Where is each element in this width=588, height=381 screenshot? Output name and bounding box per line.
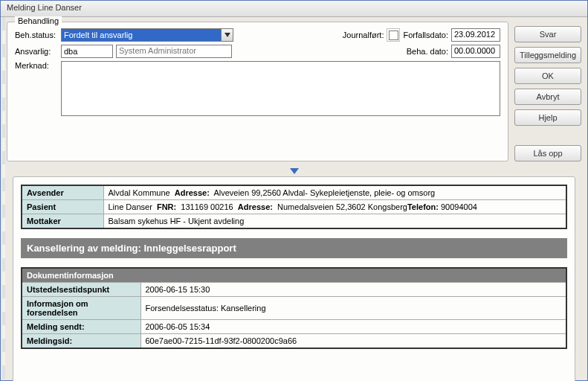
behadato-field[interactable]: 00.00.0000 bbox=[451, 45, 500, 58]
avsender-value: Alvdal Kommune Adresse: Alveveien 99,256… bbox=[103, 185, 566, 200]
journalfort-checkbox[interactable] bbox=[389, 31, 398, 40]
sendt-value: 2006-06-05 15:34 bbox=[140, 320, 566, 334]
meldingsid-label: Meldingsid: bbox=[22, 334, 140, 349]
titlebar: Melding Line Danser bbox=[1, 1, 587, 17]
table-row: Mottaker Balsam sykehus HF - Ukjent avde… bbox=[22, 214, 566, 229]
dokumentinfo-header: Dokumentinformasjon bbox=[22, 268, 566, 283]
ok-button[interactable]: OK bbox=[514, 68, 581, 84]
top-content: Behandling Beh.status: Fordelt til ansva… bbox=[1, 17, 587, 166]
behandling-fieldset: Behandling Beh.status: Fordelt til ansva… bbox=[7, 22, 508, 161]
section-header: Kansellering av melding: Innleggelsesrap… bbox=[21, 238, 567, 258]
table-row: Meldingsid: 60e7ae00-7215-11df-93f2-0800… bbox=[22, 334, 566, 349]
behadato-label: Beha. dato: bbox=[407, 47, 448, 56]
splitter[interactable] bbox=[1, 166, 587, 176]
mottaker-label: Mottaker bbox=[22, 214, 103, 229]
window-title: Melding Line Danser bbox=[7, 3, 82, 12]
lasopp-button[interactable]: Lås opp bbox=[514, 145, 581, 161]
parties-table: Avsender Alvdal Kommune Adresse: Alvevei… bbox=[21, 185, 567, 229]
row-ansvarlig: Ansvarlig: System Administrator Beha. da… bbox=[15, 45, 500, 58]
journalfort-checkbox-wrap bbox=[387, 28, 400, 42]
row-behstatus: Beh.status: Fordelt til ansvarlig Journa… bbox=[15, 28, 500, 42]
beh-status-value: Fordelt til ansvarlig bbox=[62, 29, 221, 41]
ansvarlig-input[interactable] bbox=[61, 45, 113, 58]
left-edge-decor bbox=[2, 17, 5, 379]
action-buttons: Svar Tilleggsmelding OK Avbryt Hjelp Lås… bbox=[514, 22, 581, 161]
chevron-down-icon bbox=[290, 168, 299, 174]
row1-right: Journalført: Forfallsdato: 23.09.2012 bbox=[343, 28, 500, 42]
avbryt-button[interactable]: Avbryt bbox=[514, 89, 581, 105]
table-row: Utstedelsestidspunkt 2006-06-15 15:30 bbox=[22, 283, 566, 297]
details-panel: Avsender Alvdal Kommune Adresse: Alvevei… bbox=[13, 176, 575, 381]
pasient-label: Pasient bbox=[22, 200, 103, 214]
dokumentinfo-table: Dokumentinformasjon Utstedelsestidspunkt… bbox=[21, 267, 567, 349]
table-row: Pasient Line Danser FNR: 131169 00216 Ad… bbox=[22, 200, 566, 214]
forfallsdato-label: Forfallsdato: bbox=[403, 31, 448, 39]
table-row: Avsender Alvdal Kommune Adresse: Alvevei… bbox=[22, 185, 566, 200]
hjelp-button[interactable]: Hjelp bbox=[514, 109, 581, 126]
ansvarlig-label: Ansvarlig: bbox=[15, 47, 58, 56]
ansvarlig-name-display: System Administrator bbox=[116, 45, 232, 58]
pasient-value: Line Danser FNR: 131169 00216 Adresse: N… bbox=[103, 200, 566, 214]
beh-status-label: Beh.status: bbox=[15, 31, 58, 39]
table-row: Informasjon om forsendelsen Forsendelses… bbox=[22, 297, 566, 320]
row-merknad: Merknad: bbox=[15, 61, 500, 116]
avsender-label: Avsender bbox=[22, 185, 103, 200]
chevron-down-icon[interactable] bbox=[221, 29, 233, 41]
mottaker-value: Balsam sykehus HF - Ukjent avdeling bbox=[103, 214, 566, 229]
svar-button[interactable]: Svar bbox=[514, 26, 581, 42]
forsendelse-value: Forsendelsesstatus: Kansellering bbox=[140, 297, 566, 320]
tilleggsmelding-button[interactable]: Tilleggsmelding bbox=[514, 47, 581, 63]
behandling-legend: Behandling bbox=[15, 16, 62, 25]
forfallsdato-field[interactable]: 23.09.2012 bbox=[451, 28, 500, 42]
merknad-label: Merknad: bbox=[15, 61, 58, 70]
sendt-label: Melding sendt: bbox=[22, 320, 140, 334]
utstedelse-value: 2006-06-15 15:30 bbox=[140, 283, 566, 297]
table-row: Melding sendt: 2006-06-05 15:34 bbox=[22, 320, 566, 334]
forsendelse-label: Informasjon om forsendelsen bbox=[22, 297, 140, 320]
merknad-textarea[interactable] bbox=[61, 61, 500, 116]
utstedelse-label: Utstedelsestidspunkt bbox=[22, 283, 140, 297]
journalfort-label: Journalført: bbox=[343, 31, 384, 39]
melding-window: Melding Line Danser Behandling Beh.statu… bbox=[0, 0, 588, 381]
row2-right: Beha. dato: 00.00.0000 bbox=[407, 45, 500, 58]
meldingsid-value: 60e7ae00-7215-11df-93f2-0800200c9a66 bbox=[140, 334, 566, 349]
beh-status-dropdown[interactable]: Fordelt til ansvarlig bbox=[61, 28, 233, 42]
